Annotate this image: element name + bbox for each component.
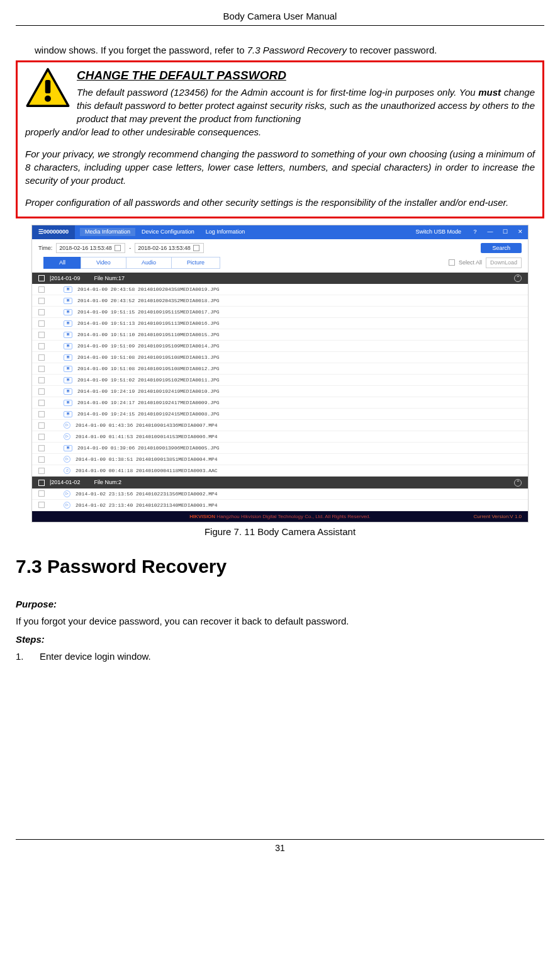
tab-video[interactable]: Video — [81, 257, 126, 269]
file-row[interactable]: ▷2014-01-02 23:13:56 20140102231356MEDIA… — [32, 488, 528, 500]
file-row[interactable]: ▣2014-01-09 19:24:15 20140109192415MEDIA… — [32, 409, 528, 420]
row-checkbox[interactable] — [38, 434, 45, 440]
file-row[interactable]: ♫2014-01-09 00:41:18 20140109004118MEDIA… — [32, 465, 528, 477]
collapse-icon[interactable]: ⌃ — [514, 479, 522, 487]
close-icon[interactable]: ✕ — [513, 225, 528, 239]
row-checkbox[interactable] — [38, 298, 45, 304]
file-name: 2014-01-09 01:38:51 20140109013851MEDIA0… — [76, 456, 218, 463]
row-checkbox[interactable] — [38, 400, 45, 406]
file-group-header[interactable]: | 2014-01-09File Num:17⌃ — [32, 273, 528, 285]
menu-item[interactable]: Media Information — [80, 228, 135, 236]
download-button[interactable]: DownLoad — [486, 257, 522, 268]
filetype-icon: ▣ — [64, 320, 72, 327]
file-row[interactable]: ▣2014-01-09 19:51:09 20140109195109MEDIA… — [32, 341, 528, 352]
file-row[interactable]: ▣2014-01-09 19:51:10 20140109195110MEDIA… — [32, 329, 528, 341]
tab-picture[interactable]: Picture — [171, 257, 220, 269]
calendar-icon[interactable] — [115, 245, 121, 251]
warning-icon — [25, 67, 70, 108]
file-row[interactable]: ▣2014-01-09 19:51:02 20140109195102MEDIA… — [32, 375, 528, 386]
file-row[interactable]: ▣2014-01-09 19:51:08 20140109195108MEDIA… — [32, 352, 528, 363]
filetype-icon: ▣ — [64, 411, 72, 417]
row-checkbox[interactable] — [38, 388, 45, 395]
file-row[interactable]: ▣2014-01-09 01:39:06 20140109013906MEDIA… — [32, 443, 528, 454]
menu-item[interactable]: Log Information — [201, 228, 250, 236]
help-icon[interactable]: ? — [468, 225, 483, 239]
header-rule — [16, 25, 544, 26]
row-checkbox[interactable] — [38, 411, 45, 417]
filetype-icon: ▣ — [64, 343, 72, 349]
file-row[interactable]: ▣2014-01-09 19:24:19 20140109192419MEDIA… — [32, 386, 528, 397]
row-checkbox[interactable] — [38, 309, 45, 315]
filetype-icon: ▣ — [64, 366, 72, 372]
file-row[interactable]: ▷2014-01-09 01:41:53 20140109014153MEDIA… — [32, 431, 528, 443]
menu-item[interactable]: Device Configuration — [137, 228, 199, 236]
group-checkbox[interactable] — [38, 480, 45, 486]
group-checkbox[interactable] — [38, 275, 45, 281]
file-row[interactable]: ▣2014-01-09 20:43:58 20140109204358MEDIA… — [32, 284, 528, 295]
intro-reference-link: 7.3 Password Recovery — [247, 45, 347, 55]
file-row[interactable]: ▣2014-01-09 20:43:52 20140109204352MEDIA… — [32, 295, 528, 307]
row-checkbox[interactable] — [38, 502, 45, 508]
filetype-icon: ▷ — [64, 502, 70, 509]
row-checkbox[interactable] — [38, 422, 45, 429]
file-row[interactable]: ▷2014-01-09 01:43:36 20140109014336MEDIA… — [32, 420, 528, 431]
file-name: 2014-01-09 19:24:17 20140109192417MEDIA0… — [77, 399, 220, 406]
select-all-checkbox[interactable] — [449, 259, 455, 266]
file-name: 2014-01-09 01:41:53 20140109014153MEDIA0… — [76, 433, 218, 440]
file-name: 2014-01-09 20:43:58 20140109204358MEDIA0… — [77, 286, 220, 293]
file-name: 2014-01-09 19:24:19 20140109192419MEDIA0… — [77, 388, 220, 395]
media-type-tabs: AllVideoAudioPicture Select All DownLoad — [32, 257, 528, 273]
row-checkbox[interactable] — [38, 468, 45, 474]
row-checkbox[interactable] — [38, 490, 45, 497]
row-checkbox[interactable] — [38, 354, 45, 361]
search-button[interactable]: Search — [481, 243, 522, 254]
tab-all[interactable]: All — [43, 257, 81, 269]
row-checkbox[interactable] — [38, 286, 45, 293]
row-checkbox[interactable] — [38, 366, 45, 372]
file-group-header[interactable]: | 2014-01-02File Num:2⌃ — [32, 477, 528, 488]
row-checkbox[interactable] — [38, 320, 45, 327]
file-row[interactable]: ▷2014-01-02 23:13:40 20140102231340MEDIA… — [32, 500, 528, 511]
warning-callout: CHANGE THE DEFAULT PASSWORD The default … — [16, 60, 544, 218]
warning-paragraph-1: The default password (123456) for the Ad… — [77, 86, 535, 125]
warning-heading: CHANGE THE DEFAULT PASSWORD — [77, 67, 535, 84]
time-from-input[interactable]: 2018-02-16 13:53:48 — [56, 243, 125, 254]
minimize-icon[interactable]: — — [483, 225, 498, 239]
calendar-icon[interactable] — [193, 245, 199, 251]
footer-rule — [16, 839, 544, 840]
row-checkbox[interactable] — [38, 343, 45, 349]
file-row[interactable]: ▣2014-01-09 19:51:08 20140109195108MEDIA… — [32, 363, 528, 375]
filetype-icon: ▣ — [64, 445, 72, 451]
filetype-icon: ▣ — [64, 298, 72, 304]
file-name: 2014-01-09 20:43:52 20140109204352MEDIA0… — [77, 297, 220, 304]
group-date: 2014-01-09 — [51, 274, 80, 283]
file-row[interactable]: ▣2014-01-09 19:51:13 20140109195113MEDIA… — [32, 318, 528, 329]
row-checkbox[interactable] — [38, 332, 45, 338]
filetype-icon: ▷ — [64, 490, 70, 497]
row-checkbox[interactable] — [38, 377, 45, 383]
filetype-icon: ▣ — [64, 354, 72, 361]
row-checkbox[interactable] — [38, 456, 45, 463]
warning-p1-cont: properly and/or lead to other undesirabl… — [25, 125, 535, 138]
row-checkbox[interactable] — [38, 445, 45, 451]
collapse-icon[interactable]: ⌃ — [514, 274, 522, 282]
footer-version: Current Version:V 1.0 — [474, 513, 522, 520]
figure-caption: Figure 7. 11 Body Camera Assistant — [16, 525, 544, 538]
file-row[interactable]: ▣2014-01-09 19:51:15 20140109195115MEDIA… — [32, 307, 528, 318]
warning-paragraph-2: For your privacy, we strongly recommend … — [25, 147, 535, 187]
maximize-icon[interactable]: ☐ — [498, 225, 513, 239]
tab-audio[interactable]: Audio — [126, 257, 172, 269]
file-row[interactable]: ▷2014-01-09 01:38:51 20140109013851MEDIA… — [32, 454, 528, 465]
app-logo-text: 00000000 — [43, 228, 69, 236]
time-to-input[interactable]: 2018-02-16 13:53:48 — [135, 243, 204, 254]
file-name: 2014-01-09 19:51:13 20140109195113MEDIA0… — [77, 320, 220, 327]
file-row[interactable]: ▣2014-01-09 19:24:17 20140109192417MEDIA… — [32, 397, 528, 409]
group-date: 2014-01-02 — [51, 478, 80, 487]
file-name: 2014-01-02 23:13:40 20140102231340MEDIA0… — [76, 502, 218, 509]
filetype-icon: ▣ — [64, 388, 72, 395]
step-1-number: 1. — [16, 650, 40, 663]
intro-prefix: window shows. If you forget the password… — [35, 45, 247, 55]
switch-usb-mode-button[interactable]: Switch USB Mode — [409, 228, 468, 236]
time-label: Time: — [38, 244, 52, 252]
filetype-icon: ▣ — [64, 400, 72, 406]
